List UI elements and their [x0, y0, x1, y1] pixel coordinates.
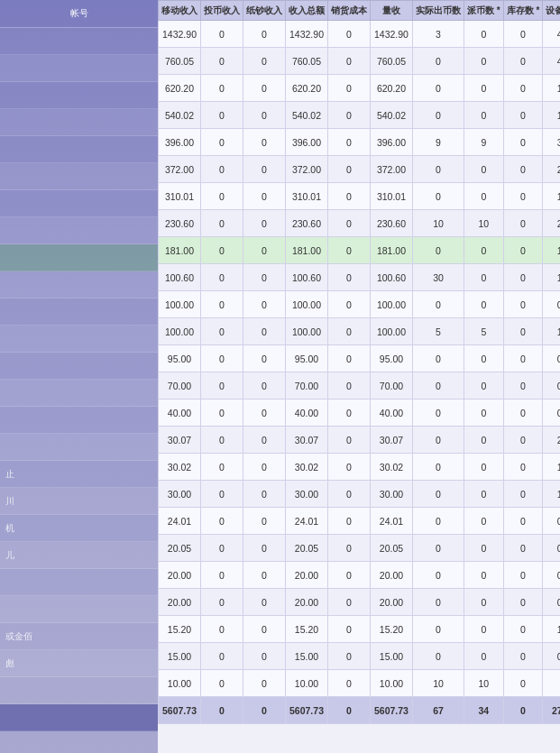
table-row: 70.000070.00070.000000 (4): [159, 372, 561, 399]
sidebar-row[interactable]: 止: [0, 461, 158, 488]
sidebar-row[interactable]: [0, 380, 158, 407]
table-row: 20.000020.00020.000000 (1): [159, 589, 561, 616]
table-cell: 0: [464, 399, 503, 427]
col-mobile: 移动收入: [159, 1, 201, 21]
sidebar-row[interactable]: [0, 244, 158, 271]
table-cell: 0: [243, 643, 286, 670]
table-cell: 15.00: [159, 643, 201, 670]
table-cell: 0: [328, 372, 371, 399]
sidebar-row[interactable]: [0, 82, 158, 109]
table-cell: 0: [412, 183, 464, 210]
table-cell: 0: [201, 427, 243, 454]
table-cell: 0: [328, 399, 371, 427]
sidebar-row[interactable]: 机: [0, 515, 158, 542]
table-cell: 0: [243, 318, 286, 345]
sidebar-row[interactable]: [0, 217, 158, 244]
table-cell: 0 (1): [543, 291, 560, 318]
sidebar-row[interactable]: [0, 163, 158, 190]
sidebar-row[interactable]: [0, 326, 158, 353]
table-cell: 540.02: [286, 102, 328, 129]
table-cell: 10: [464, 670, 503, 697]
table-row: 100.0000100.000100.000000 (1): [159, 291, 561, 318]
sidebar-row[interactable]: [0, 569, 158, 596]
table-cell: 0: [201, 48, 243, 75]
table-cell: 100.60: [286, 264, 328, 291]
sidebar: 帐号 止川机儿或金佰彪: [0, 0, 158, 753]
table-cell: 0: [243, 156, 286, 183]
table-cell: 0: [328, 75, 371, 102]
sidebar-row[interactable]: [0, 28, 158, 55]
sidebar-row[interactable]: [0, 353, 158, 380]
table-cell: 0: [464, 102, 503, 129]
table-cell: 0: [503, 616, 543, 643]
table-cell: 0: [503, 102, 543, 129]
table-cell: 9: [412, 129, 464, 156]
table-cell: 30.00: [371, 481, 413, 508]
table-row: 20.050020.05020.050000 (1): [159, 535, 561, 562]
sidebar-row[interactable]: [0, 190, 158, 217]
table-cell: 0: [464, 48, 503, 75]
table-cell: 0: [412, 616, 464, 643]
table-cell: 0: [243, 427, 286, 454]
table-row: 15.000015.00015.000000 (1): [159, 643, 561, 670]
sidebar-row[interactable]: 川: [0, 488, 158, 515]
table-cell: 0: [328, 156, 371, 183]
sidebar-row[interactable]: [0, 136, 158, 163]
sidebar-row[interactable]: [0, 434, 158, 461]
table-cell: 70.00: [159, 372, 201, 399]
table-cell: 0: [201, 616, 243, 643]
sidebar-row[interactable]: 儿: [0, 542, 158, 569]
table-cell: 0: [464, 454, 503, 481]
table-cell: 1 (2): [543, 481, 560, 508]
table-cell: 0: [464, 372, 503, 399]
table-cell: 30.07: [159, 427, 201, 454]
table-cell: 0: [503, 454, 543, 481]
sidebar-row[interactable]: 彪: [0, 650, 158, 677]
table-cell: 100.00: [159, 291, 201, 318]
table-cell: 0: [464, 643, 503, 670]
header-row: 移动收入 投币收入 纸钞收入 收入总额 销货成本 量收 实际出币数 派币数 * …: [159, 1, 561, 21]
table-cell: 100.00: [286, 318, 328, 345]
table-cell: 0: [328, 129, 371, 156]
table-cell: 30.02: [159, 454, 201, 481]
table-cell: 0 (4): [543, 372, 560, 399]
table-row: 30.070030.07030.070002 (2): [159, 427, 561, 454]
sidebar-row[interactable]: 或金佰: [0, 623, 158, 650]
sidebar-row[interactable]: [0, 109, 158, 136]
table-cell: 0: [201, 318, 243, 345]
sidebar-row[interactable]: [0, 55, 158, 82]
table-cell: 100.60: [159, 264, 201, 291]
sidebar-row[interactable]: [0, 596, 158, 623]
table-cell: 0: [328, 237, 371, 264]
table-cell: 0: [412, 481, 464, 508]
table-cell: 230.60: [286, 210, 328, 237]
table-cell: 0: [464, 535, 503, 562]
table-cell: 0: [201, 481, 243, 508]
table-cell: 310.01: [286, 183, 328, 210]
table-cell: 0: [201, 75, 243, 102]
table-row: 95.000095.00095.000000 (2): [159, 345, 561, 372]
table-row: 30.020030.02030.020001 (2): [159, 454, 561, 481]
table-cell: 230.60: [371, 210, 413, 237]
sidebar-row[interactable]: [0, 298, 158, 326]
table-cell: 0: [328, 670, 371, 697]
table-cell: 0: [243, 508, 286, 535]
table-cell: 0: [464, 481, 503, 508]
col-sales: 量收: [371, 1, 413, 21]
table-cell: 40.00: [371, 399, 413, 427]
table-cell: 0: [328, 102, 371, 129]
table-cell: 1432.90: [286, 21, 328, 48]
table-cell: 95.00: [371, 345, 413, 372]
table-cell: 0: [201, 643, 243, 670]
table-cell: 0 (1): [543, 399, 560, 427]
sidebar-row[interactable]: [0, 271, 158, 298]
sidebar-row[interactable]: [0, 677, 158, 704]
table-cell: 100.60: [371, 264, 413, 291]
sidebar-row[interactable]: [0, 407, 158, 434]
table-cell: 20.05: [371, 535, 413, 562]
table-cell: 0: [328, 48, 371, 75]
table-cell: 0: [503, 183, 543, 210]
table-cell: 0: [243, 237, 286, 264]
table-cell: 310.01: [371, 183, 413, 210]
table-cell: 0: [503, 427, 543, 454]
